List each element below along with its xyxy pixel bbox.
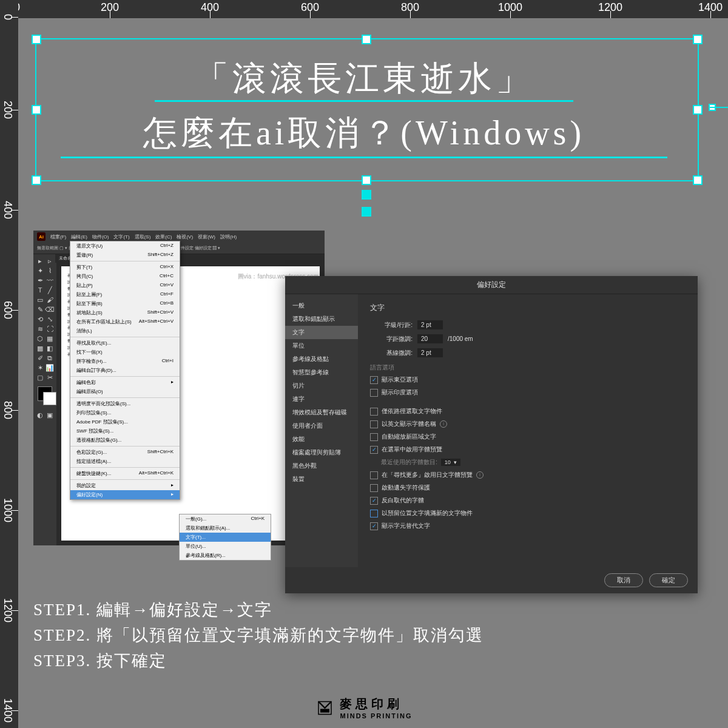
- prefs-nav-item[interactable]: 參考線及格點: [285, 352, 358, 366]
- line-tool-icon[interactable]: ╱: [46, 286, 54, 294]
- type-tool-icon[interactable]: T: [36, 286, 44, 294]
- direct-select-icon[interactable]: ▹: [46, 257, 54, 265]
- recent-fonts-select[interactable]: 10 ▾: [441, 459, 460, 466]
- edit-menu-item[interactable]: Adobe PDF 預設集(S)...: [70, 417, 180, 426]
- eraser-tool-icon[interactable]: ⌫: [46, 305, 54, 314]
- gradient-tool-icon[interactable]: ◧: [46, 344, 54, 352]
- edit-menu-item[interactable]: 透視格點預設集(G)...: [70, 436, 180, 445]
- shapebuilder-icon[interactable]: ⬡: [36, 334, 44, 343]
- selection-tool-icon[interactable]: ▸: [36, 257, 44, 265]
- submenu-item[interactable]: 文字(T)...: [180, 533, 271, 542]
- edit-menu-item[interactable]: 編輯自訂字典(D)...: [70, 366, 180, 375]
- screen-mode-icon[interactable]: ▣: [46, 411, 54, 419]
- prefs-nav-item[interactable]: 切片: [285, 379, 358, 393]
- edit-menu-item[interactable]: 偏好設定(N)▸: [70, 490, 180, 499]
- menu-effect[interactable]: 效果(C): [155, 234, 172, 240]
- tracking-input[interactable]: 20: [417, 334, 443, 343]
- menu-window[interactable]: 視窗(W): [198, 234, 215, 240]
- info-icon[interactable]: i: [440, 420, 447, 428]
- prefs-nav-item[interactable]: 使用者介面: [285, 419, 358, 433]
- prefs-nav-item[interactable]: 選取和錨點顯示: [285, 312, 358, 326]
- ok-button[interactable]: 確定: [649, 573, 688, 587]
- edit-menu-item[interactable]: 剪下(T)Ctrl+X: [70, 263, 180, 272]
- info-icon[interactable]: i: [476, 471, 484, 479]
- edit-menu-item[interactable]: 就地貼上(S)Shift+Ctrl+V: [70, 308, 180, 317]
- checkbox[interactable]: ✓: [370, 376, 378, 384]
- edit-menu-item[interactable]: 透明度平面化預設集(S)...: [70, 399, 180, 408]
- edit-menu-item[interactable]: 編輯原稿(O): [70, 387, 180, 396]
- brush-tool-icon[interactable]: 🖌: [46, 295, 54, 304]
- checkbox[interactable]: [370, 433, 378, 441]
- edit-menu-item[interactable]: 尋找及取代(E)...: [70, 339, 180, 348]
- slice-tool-icon[interactable]: ✂: [46, 373, 54, 382]
- graph-tool-icon[interactable]: 📊: [46, 363, 54, 372]
- submenu-item[interactable]: 參考線及格點(R)...: [180, 551, 271, 560]
- menu-help[interactable]: 說明(H): [220, 234, 237, 240]
- prefs-nav-item[interactable]: 一般: [285, 299, 358, 312]
- edit-menu-item[interactable]: 列印預設集(S)...: [70, 408, 180, 417]
- submenu-item[interactable]: 選取和錨點顯示(A)...: [180, 524, 271, 533]
- edit-menu-item[interactable]: 鍵盤快捷鍵(K)...Alt+Shift+Ctrl+K: [70, 469, 180, 478]
- checkbox[interactable]: [370, 389, 378, 397]
- checkbox[interactable]: [370, 408, 378, 416]
- menu-type[interactable]: 文字(T): [113, 234, 129, 240]
- prefs-nav-item[interactable]: 連字: [285, 393, 358, 406]
- prefs-nav-item[interactable]: 效能: [285, 433, 358, 446]
- cancel-button[interactable]: 取消: [604, 573, 643, 587]
- edit-menu-item[interactable]: 重做(R)Shift+Ctrl+Z: [70, 251, 180, 260]
- edit-menu-item[interactable]: 編輯色彩▸: [70, 378, 180, 387]
- edit-menu-item[interactable]: 還原文字(U)Ctrl+Z: [70, 241, 180, 251]
- prefs-nav-item[interactable]: 文字: [285, 326, 358, 339]
- edit-menu-item[interactable]: 貼至上層(F)Ctrl+F: [70, 290, 180, 299]
- edit-menu-item[interactable]: 指定描述檔(A)...: [70, 457, 180, 466]
- pen-tool-icon[interactable]: ✒: [36, 276, 44, 285]
- curvature-tool-icon[interactable]: 〰: [46, 276, 54, 285]
- edit-menu-item[interactable]: 貼上(P)Ctrl+V: [70, 281, 180, 290]
- blend-tool-icon[interactable]: ⧉: [46, 354, 54, 362]
- edit-menu-item[interactable]: 在所有工作區域上貼上(S)Alt+Shift+Ctrl+V: [70, 317, 180, 326]
- prefs-nav-item[interactable]: 單位: [285, 339, 358, 352]
- wand-tool-icon[interactable]: ✦: [36, 266, 44, 275]
- size-leading-input[interactable]: 2 pt: [417, 320, 443, 329]
- menu-object[interactable]: 物件(O): [92, 234, 109, 240]
- checkbox[interactable]: [370, 510, 378, 517]
- rotate-tool-icon[interactable]: ⟲: [36, 315, 44, 323]
- artboard-tool-icon[interactable]: ▢: [36, 373, 44, 382]
- fill-swatch[interactable]: [38, 386, 52, 401]
- menu-select[interactable]: 選取(S): [135, 234, 151, 240]
- edit-menu-item[interactable]: 貼至下層(B)Ctrl+B: [70, 299, 180, 308]
- stroke-swatch[interactable]: [43, 392, 56, 405]
- perspective-icon[interactable]: ▦: [46, 334, 54, 343]
- edit-menu-item[interactable]: 找下一個(X): [70, 348, 180, 357]
- prefs-nav-item[interactable]: 檔案處理與剪貼簿: [285, 446, 358, 459]
- anchor-bottom[interactable]: [362, 190, 371, 200]
- width-tool-icon[interactable]: ≋: [36, 325, 44, 333]
- menu-view[interactable]: 檢視(V): [177, 234, 193, 240]
- checkbox[interactable]: ✓: [370, 446, 378, 454]
- checkbox[interactable]: [370, 484, 378, 492]
- prefs-nav-item[interactable]: 智慧型參考線: [285, 366, 358, 379]
- edit-menu-item[interactable]: 拷貝(C)Ctrl+C: [70, 272, 180, 281]
- edit-menu-item[interactable]: 色彩設定(G)...Shift+Ctrl+K: [70, 448, 180, 457]
- shaper-tool-icon[interactable]: ✎: [36, 305, 44, 314]
- checkbox[interactable]: ✓: [370, 522, 378, 530]
- menu-edit[interactable]: 編輯(E): [71, 234, 87, 240]
- checkbox[interactable]: [370, 420, 378, 428]
- scale-tool-icon[interactable]: ⤡: [46, 315, 54, 323]
- eyedropper-tool-icon[interactable]: ✐: [36, 354, 44, 362]
- edit-menu-item[interactable]: SWF 預設集(S)...: [70, 426, 180, 436]
- submenu-item[interactable]: 單位(U)...: [180, 542, 271, 551]
- edit-menu-item[interactable]: 拼字檢查(H)...Ctrl+I: [70, 357, 180, 366]
- prefs-nav-item[interactable]: 裝置: [285, 473, 358, 486]
- symbol-spray-icon[interactable]: ✶: [36, 363, 44, 372]
- edit-menu-item[interactable]: 清除(L): [70, 326, 180, 335]
- lasso-tool-icon[interactable]: ⌇: [46, 266, 54, 275]
- checkbox[interactable]: ✓: [370, 497, 378, 505]
- menu-file[interactable]: 檔案(F): [50, 234, 66, 240]
- prefs-nav-item[interactable]: 增效模組及暫存磁碟: [285, 406, 358, 419]
- title-text[interactable]: 「滾滾長江東逝水」 怎麼在ai取消？(Windows): [30, 52, 698, 160]
- rect-tool-icon[interactable]: ▭: [36, 295, 44, 304]
- submenu-item[interactable]: 一般(G)...Ctrl+K: [180, 514, 271, 524]
- prefs-nav-item[interactable]: 黑色外觀: [285, 459, 358, 473]
- free-transform-icon[interactable]: ⛶: [46, 325, 54, 333]
